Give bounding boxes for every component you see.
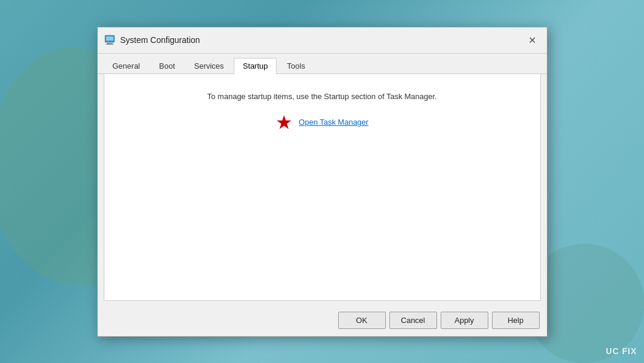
watermark: UC FIX [606, 346, 637, 356]
title-bar-left: System Configuration [104, 34, 200, 46]
content-area: To manage startup items, use the Startup… [104, 74, 541, 301]
tab-startup[interactable]: Startup [234, 58, 277, 74]
svg-rect-3 [106, 44, 114, 45]
button-row: OK Cancel Apply Help [98, 307, 547, 336]
link-container: ★ Open Task Manager [275, 113, 369, 132]
tab-tools[interactable]: Tools [278, 58, 314, 74]
close-button[interactable]: ✕ [524, 32, 541, 48]
dialog-title: System Configuration [120, 35, 200, 45]
star-icon: ★ [275, 113, 293, 132]
svg-rect-1 [106, 36, 113, 41]
tab-boot[interactable]: Boot [150, 58, 184, 74]
open-task-manager-link[interactable]: Open Task Manager [299, 118, 369, 127]
system-config-icon [104, 34, 116, 46]
tab-general[interactable]: General [104, 58, 149, 74]
startup-message: To manage startup items, use the Startup… [208, 92, 437, 101]
svg-rect-2 [107, 43, 113, 44]
apply-button[interactable]: Apply [441, 312, 488, 329]
system-config-dialog: System Configuration ✕ General Boot Serv… [97, 27, 547, 337]
tab-services[interactable]: Services [185, 58, 233, 74]
title-bar: System Configuration ✕ [98, 27, 547, 54]
help-button[interactable]: Help [492, 312, 540, 329]
ok-button[interactable]: OK [338, 312, 386, 329]
tab-bar: General Boot Services Startup Tools [98, 54, 547, 74]
cancel-button[interactable]: Cancel [389, 312, 437, 329]
